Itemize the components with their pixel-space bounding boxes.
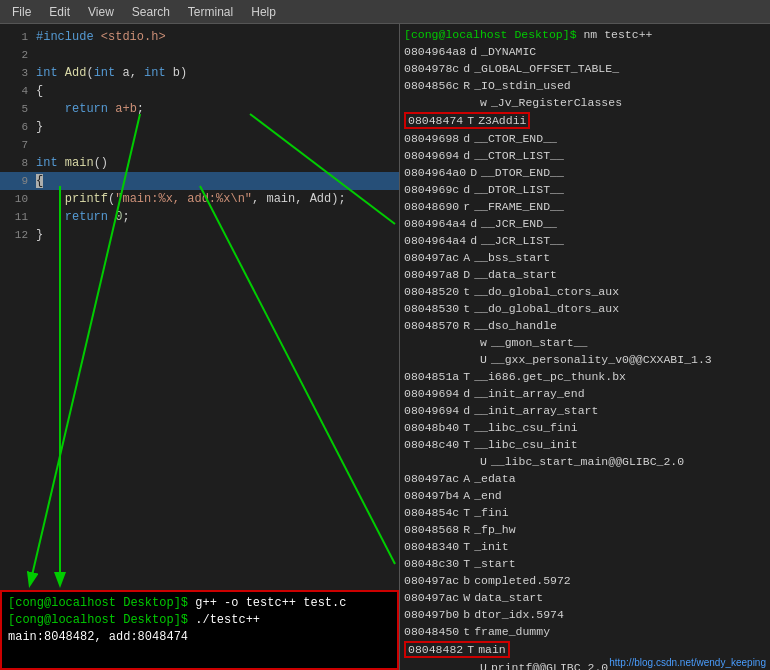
nm-line-do-dtors: 08048530 t __do_global_dtors_aux — [404, 300, 766, 317]
menu-bar: File Edit View Search Terminal Help — [0, 0, 770, 24]
nm-line-start: 08048c30 T _start — [404, 555, 766, 572]
nm-line-dso-handle: 08048570 R __dso_handle — [404, 317, 766, 334]
nm-line-end: 080497b4 A _end — [404, 487, 766, 504]
nm-line-dtor-idx: 080497b0 b dtor_idx.5974 — [404, 606, 766, 623]
nm-line-main: 08048482 T main — [404, 641, 766, 658]
code-line-12: 12 } — [0, 226, 399, 244]
nm-line-init-arr-end: 08049694 d __init_array_end — [404, 385, 766, 402]
nm-line-do-ctors: 08048520 t __do_global_ctors_aux — [404, 283, 766, 300]
nm-line-data-start: 080497a8 D __data_start — [404, 266, 766, 283]
code-line-1: 1 #include <stdio.h> — [0, 28, 399, 46]
nm-line-completed: 080497ac b completed.5972 — [404, 572, 766, 589]
left-panel: 1 #include <stdio.h> 2 3 int Add(int a, … — [0, 24, 400, 670]
code-line-7: 7 — [0, 136, 399, 154]
terminal-line-3: main:8048482, add:8048474 — [8, 630, 391, 647]
nm-line-dynamic: 0804964a8 d _DYNAMIC — [404, 43, 766, 60]
nm-line-data-start2: 080497ac W data_start — [404, 589, 766, 606]
menu-search[interactable]: Search — [124, 3, 178, 21]
code-line-11: 11 return 0; — [0, 208, 399, 226]
code-line-3: 3 int Add(int a, int b) — [0, 64, 399, 82]
code-line-6: 6 } — [0, 118, 399, 136]
nm-line-frame-dummy: 08048450 t frame_dummy — [404, 623, 766, 640]
code-line-4: 4 { — [0, 82, 399, 100]
watermark: http://blog.csdn.net/wendy_keeping — [609, 657, 766, 668]
nm-line-fini: 0804854c T _fini — [404, 504, 766, 521]
terminal-line-1: [cong@localhost Desktop]$ g++ -o testc++… — [8, 596, 391, 613]
code-line-8: 8 int main() — [0, 154, 399, 172]
menu-help[interactable]: Help — [243, 3, 284, 21]
nm-header-line: [cong@localhost Desktop]$ nm testc++ — [404, 26, 766, 43]
nm-line-io-stdin: 0804856c R _IO_stdin_used — [404, 77, 766, 94]
main-layout: 1 #include <stdio.h> 2 3 int Add(int a, … — [0, 24, 770, 670]
nm-output-panel: [cong@localhost Desktop]$ nm testc++ 080… — [400, 24, 770, 670]
nm-line-libc-start: U __libc_start_main@@GLIBC_2.0 — [404, 453, 766, 470]
nm-line-got: 0804978c d _GLOBAL_OFFSET_TABLE_ — [404, 60, 766, 77]
watermark-link[interactable]: http://blog.csdn.net/wendy_keeping — [609, 657, 766, 668]
nm-line-gxx: U __gxx_personality_v0@@CXXABI_1.3 — [404, 351, 766, 368]
code-line-10: 10 printf("main:%x, add:%x\n", main, Add… — [0, 190, 399, 208]
menu-edit[interactable]: Edit — [41, 3, 78, 21]
nm-line-edata: 080497ac A _edata — [404, 470, 766, 487]
nm-line-ctor-list: 08049694 d __CTOR_LIST__ — [404, 147, 766, 164]
code-line-2: 2 — [0, 46, 399, 64]
menu-view[interactable]: View — [80, 3, 122, 21]
nm-line-frame-end: 08048690 r __FRAME_END__ — [404, 198, 766, 215]
terminal-panel[interactable]: [cong@localhost Desktop]$ g++ -o testc++… — [0, 590, 399, 670]
nm-line-jv: w _Jv_RegisterClasses — [404, 94, 766, 111]
nm-line-jcr-list: 0804964a4 d __JCR_LIST__ — [404, 232, 766, 249]
code-line-9: 9 { — [0, 172, 399, 190]
nm-line-libc-init: 08048c40 T __libc_csu_init — [404, 436, 766, 453]
nm-line-ctor-end: 08049698 d __CTOR_END__ — [404, 130, 766, 147]
nm-line-init: 08048340 T _init — [404, 538, 766, 555]
code-editor[interactable]: 1 #include <stdio.h> 2 3 int Add(int a, … — [0, 24, 399, 590]
menu-file[interactable]: File — [4, 3, 39, 21]
nm-line-dtor-end: 0804964a0 D __DTOR_END__ — [404, 164, 766, 181]
nm-line-bss-start: 080497ac A __bss_start — [404, 249, 766, 266]
nm-line-libc-fini: 08048b40 T __libc_csu_fini — [404, 419, 766, 436]
terminal-line-2: [cong@localhost Desktop]$ ./testc++ — [8, 613, 391, 630]
nm-line-dtor-list: 0804969c d __DTOR_LIST__ — [404, 181, 766, 198]
nm-line-z3addii: 08048474 T Z3Addii — [404, 112, 766, 129]
code-line-5: 5 return a+b; — [0, 100, 399, 118]
nm-line-i686: 0804851a T __i686.get_pc_thunk.bx — [404, 368, 766, 385]
nm-line-init-arr-start: 08049694 d __init_array_start — [404, 402, 766, 419]
nm-line-gmon: w __gmon_start__ — [404, 334, 766, 351]
nm-line-fp-hw: 08048568 R _fp_hw — [404, 521, 766, 538]
menu-terminal[interactable]: Terminal — [180, 3, 241, 21]
nm-line-jcr-end: 0804964a4 d __JCR_END__ — [404, 215, 766, 232]
